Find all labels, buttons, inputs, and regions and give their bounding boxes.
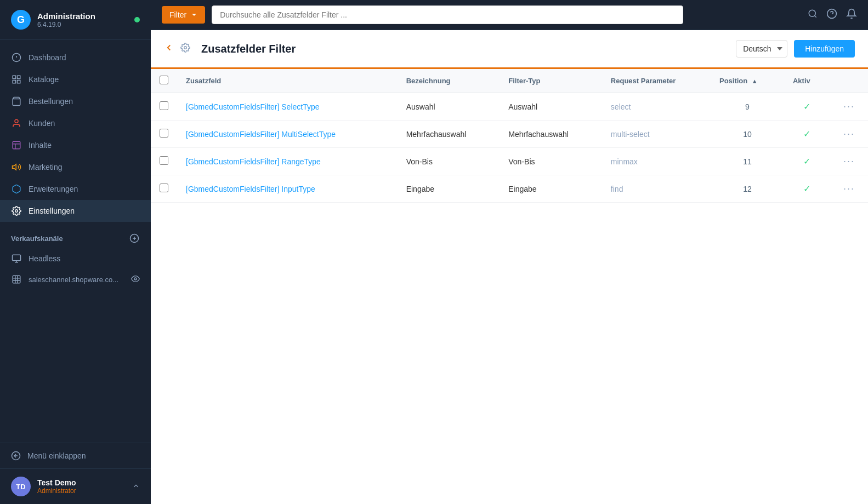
add-button[interactable]: Hinzufügen [794,40,855,58]
table-row: [GbmedCustomFieldsFilter] InputType Eing… [151,175,868,203]
sidebar: G Administration 6.4.19.0 Dashboard Kata… [0,0,151,504]
cell-filter-typ: Von-Bis [500,148,602,175]
row-actions-button[interactable]: ··· [839,182,859,196]
channel-item-saleschannel[interactable]: saleschannel.shopware.co... [0,269,151,290]
cell-bezeichnung: Eingabe [398,175,500,203]
cell-actions: ··· [830,121,868,148]
sidebar-item-kunden[interactable]: Kunden [0,112,151,134]
svg-rect-17 [13,255,21,261]
bestellungen-icon [11,96,22,107]
einstellungen-icon [11,205,22,216]
cell-zusatzfeld: [GbmedCustomFieldsFilter] InputType [177,175,398,203]
sidebar-item-erweiterungen[interactable]: Erweiterungen [0,178,151,200]
sidebar-item-label: Marketing [29,163,62,171]
row-checkbox[interactable] [160,156,168,165]
svg-rect-20 [13,276,20,283]
cell-position: 12 [711,175,784,203]
sidebar-item-marketing[interactable]: Marketing [0,156,151,178]
help-icon[interactable] [826,8,837,22]
user-role: Administrator [37,487,126,495]
svg-point-32 [184,46,187,49]
kataloge-icon [11,74,22,85]
add-sales-channel-button[interactable] [129,233,140,244]
select-all-header [151,69,177,93]
sidebar-item-bestellungen[interactable]: Bestellungen [0,90,151,112]
row-checkbox[interactable] [160,129,168,138]
app-logo: G [11,10,31,30]
channel-item-headless[interactable]: Headless [0,248,151,269]
sidebar-item-einstellungen[interactable]: Einstellungen [0,200,151,222]
sidebar-item-kataloge[interactable]: Kataloge [0,68,151,90]
search-input[interactable] [212,5,683,24]
headless-channel-label: Headless [29,254,60,263]
sidebar-item-inhalte[interactable]: Inhalte [0,134,151,156]
row-actions-button[interactable]: ··· [839,127,859,141]
row-actions-button[interactable]: ··· [839,154,859,168]
svg-rect-6 [18,81,20,83]
col-bezeichnung: Bezeichnung [398,69,500,93]
row-checkbox[interactable] [160,101,168,110]
cell-aktiv: ✓ [784,148,830,175]
svg-point-28 [809,10,815,16]
user-name: Test Demo [37,478,126,487]
svg-line-29 [814,15,816,17]
app-name: Administration [37,12,128,21]
bell-icon[interactable] [846,8,857,22]
svg-point-8 [15,119,18,123]
saleschannel-label: saleschannel.shopware.co... [29,276,118,284]
marketing-icon [11,162,22,173]
cell-filter-typ: Eingabe [500,175,602,203]
sales-channels-header: Verkaufskanäle [0,231,151,248]
cell-request-parameter: select [602,93,711,121]
back-button[interactable] [164,43,174,55]
col-actions [830,69,868,93]
select-all-checkbox[interactable] [160,76,168,84]
svg-marker-12 [13,164,16,170]
dashboard-icon [11,52,22,63]
sales-channels-title: Verkaufskanäle [11,234,63,243]
user-info: Test Demo Administrator [37,478,126,495]
headless-channel-icon [11,253,22,264]
search-icon[interactable] [808,9,818,21]
cell-aktiv: ✓ [784,175,830,203]
table-row: [GbmedCustomFieldsFilter] SelectType Aus… [151,93,868,121]
cell-filter-typ: Auswahl [500,93,602,121]
row-checkbox-cell [151,175,177,203]
sidebar-item-dashboard[interactable]: Dashboard [0,47,151,68]
svg-rect-5 [13,81,15,83]
content-area: Zusatzfelder Filter Deutsch English Hinz… [151,30,868,504]
page-settings-button[interactable] [180,43,190,55]
app-version: 6.4.19.0 [37,21,128,28]
user-avatar: TD [11,477,31,496]
table-wrapper: Zusatzfeld Bezeichnung Filter-Typ Reques… [151,69,868,504]
active-check-icon: ✓ [803,102,810,111]
col-filter-typ: Filter-Typ [500,69,602,93]
sort-arrow-icon: ▲ [752,78,758,84]
col-request-parameter: Request Parameter [602,69,711,93]
sidebar-item-label: Dashboard [29,53,66,62]
sidebar-item-label: Einstellungen [29,207,75,215]
svg-rect-9 [13,141,20,149]
cell-bezeichnung: Von-Bis [398,148,500,175]
sales-channels-section: Verkaufskanäle Headless saleschannel.sho… [0,222,151,294]
row-checkbox-cell [151,93,177,121]
inhalte-icon [11,140,22,151]
cell-request-parameter: find [602,175,711,203]
collapse-menu-button[interactable]: Menü einklappen [0,443,151,468]
cell-position: 11 [711,148,784,175]
app-info: Administration 6.4.19.0 [37,12,128,28]
cell-filter-typ: Mehrfachauswahl [500,121,602,148]
row-actions-button[interactable]: ··· [839,100,859,113]
user-section[interactable]: TD Test Demo Administrator [0,468,151,504]
sidebar-nav: Dashboard Kataloge Bestellungen Kunden I… [0,40,151,443]
erweiterungen-icon [11,184,22,194]
active-check-icon: ✓ [803,129,810,139]
col-position[interactable]: Position ▲ [711,69,784,93]
active-check-icon: ✓ [803,184,810,193]
filter-button[interactable]: Filter [162,6,205,24]
data-table: Zusatzfeld Bezeichnung Filter-Typ Reques… [151,69,868,203]
language-select[interactable]: Deutsch English [736,40,787,58]
row-checkbox[interactable] [160,184,168,192]
cell-actions: ··· [830,148,868,175]
cell-position: 9 [711,93,784,121]
